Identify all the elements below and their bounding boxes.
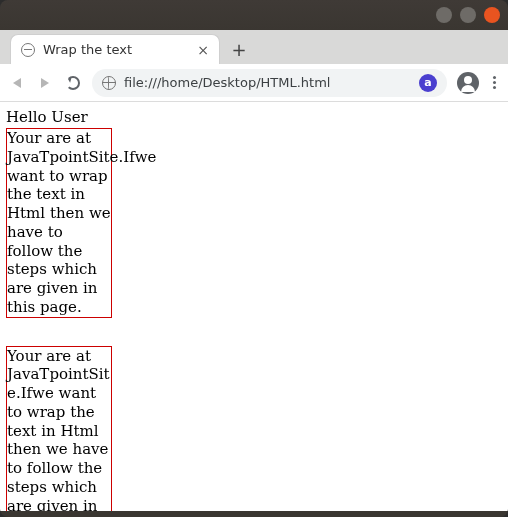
address-bar[interactable]: file:///home/Desktop/HTML.html a [92, 69, 447, 97]
back-button[interactable] [8, 74, 26, 92]
window-titlebar [0, 0, 508, 30]
menu-button[interactable] [489, 76, 500, 89]
close-icon[interactable]: × [197, 42, 209, 58]
dot-icon [493, 86, 496, 89]
globe-icon [21, 43, 35, 57]
wrap-box-break-word: Your are at JavaTpointSite.Ifwe want to … [6, 346, 112, 512]
extension-badge[interactable]: a [419, 74, 437, 92]
window-bottom-border [0, 511, 508, 517]
forward-button[interactable] [36, 74, 54, 92]
greeting-text: Hello User [6, 108, 502, 126]
plus-icon: + [231, 39, 246, 60]
window-minimize-button[interactable] [436, 7, 452, 23]
page-viewport: Hello User Your are at JavaTpointSite.If… [0, 102, 508, 511]
new-tab-button[interactable]: + [226, 36, 252, 62]
browser-toolbar: file:///home/Desktop/HTML.html a [0, 64, 508, 102]
dot-icon [493, 76, 496, 79]
reload-button[interactable] [64, 74, 82, 92]
arrow-right-icon [41, 78, 49, 88]
window-close-button[interactable] [484, 7, 500, 23]
tab-strip: Wrap the text × + [0, 30, 508, 64]
window-maximize-button[interactable] [460, 7, 476, 23]
url-text: file:///home/Desktop/HTML.html [124, 75, 411, 90]
profile-avatar[interactable] [457, 72, 479, 94]
reload-icon [66, 76, 80, 90]
wrap-box-normal: Your are at JavaTpointSite.Ifwe want to … [6, 128, 112, 318]
dot-icon [493, 81, 496, 84]
arrow-left-icon [13, 78, 21, 88]
globe-icon [102, 76, 116, 90]
browser-tab[interactable]: Wrap the text × [10, 34, 220, 64]
tab-title: Wrap the text [43, 42, 189, 57]
